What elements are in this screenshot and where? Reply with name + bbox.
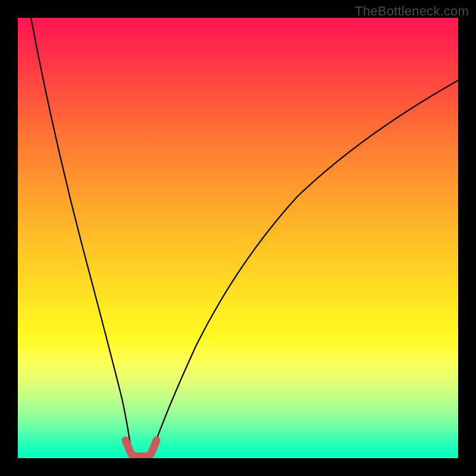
left-curve-line [31,18,132,458]
right-curve-line [150,80,458,458]
watermark-text: TheBottleneck.com [355,4,469,19]
chart-container: TheBottleneck.com [0,0,476,476]
plot-area [18,18,458,458]
chart-svg [18,18,458,458]
bottom-marker-line [126,440,156,456]
